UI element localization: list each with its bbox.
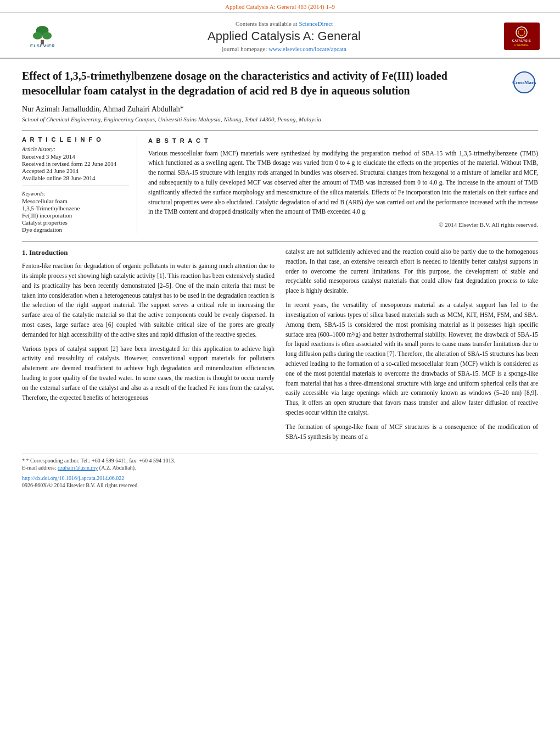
footnote-corresponding-text: * Corresponding author. Tel.: +60 4 599 … xyxy=(26,458,175,464)
catalysis-logo-box: CATALYSIS A: GENERAL xyxy=(504,23,540,50)
catalysis-logo-icon: CATALYSIS A: GENERAL xyxy=(507,24,537,49)
footnote-email-name: (A.Z. Abdullah). xyxy=(99,465,136,471)
journal-homepage-link[interactable]: www.elsevier.com/locate/apcata xyxy=(268,46,346,52)
crossmark-circle: CrossMark xyxy=(513,71,535,93)
body-para-5: The formation of sponge-like foam of MCF… xyxy=(285,422,538,442)
keyword-1: Mesocellular foam xyxy=(22,198,129,204)
body-col-1: 1. Introduction Fenton-like reaction for… xyxy=(22,247,275,446)
affiliation-line: School of Chemical Engineering, Engineer… xyxy=(22,116,538,122)
available-date: Available online 28 June 2014 xyxy=(22,175,129,181)
footnote-star-icon: * xyxy=(22,458,25,464)
article-info-abstract-section: A R T I C L E I N F O Article history: R… xyxy=(22,130,538,233)
article-info-panel: A R T I C L E I N F O Article history: R… xyxy=(22,136,137,233)
footnote-corresponding: * * Corresponding author. Tel.: +60 4 59… xyxy=(22,458,538,464)
authors-line: Nur Azimah Jamalluddin, Ahmad Zuhairi Ab… xyxy=(22,105,538,114)
footer-doi-link[interactable]: http://dx.doi.org/10.1016/j.apcata.2014.… xyxy=(22,475,538,481)
svg-text:CATALYSIS: CATALYSIS xyxy=(512,39,530,42)
article-content: Effect of 1,3,5-trimethylbenzene dosage … xyxy=(0,59,560,498)
catalysis-logo: CATALYSIS A: GENERAL xyxy=(500,21,544,52)
info-divider xyxy=(22,186,129,186)
accepted-date: Accepted 24 June 2014 xyxy=(22,168,129,174)
journal-center: Contents lists available at ScienceDirec… xyxy=(69,20,500,52)
authors-text: Nur Azimah Jamalluddin, Ahmad Zuhairi Ab… xyxy=(22,105,184,113)
keyword-2: 1,3,5-Trimethylbenzene xyxy=(22,205,129,211)
contents-label: Contents lists available at xyxy=(236,20,299,27)
body-para-4: In recent years, the versatility of meso… xyxy=(285,300,538,418)
body-col-2: catalyst are not sufficiently achieved a… xyxy=(285,247,538,446)
footnote-email: E-mail address: czuhairi@usm.my (A.Z. Ab… xyxy=(22,465,538,471)
footnote-section: * * Corresponding author. Tel.: +60 4 59… xyxy=(22,454,538,488)
page: Applied Catalysis A: General 483 (2014) … xyxy=(0,0,560,742)
received-date: Received 3 May 2014 xyxy=(22,153,129,160)
crossmark-badge: CrossMark xyxy=(511,69,538,96)
copyright-line: © 2014 Elsevier B.V. All rights reserved… xyxy=(148,220,538,230)
journal-homepage-line: journal homepage: www.elsevier.com/locat… xyxy=(69,46,500,52)
abstract-heading: A B S T R A C T xyxy=(148,136,538,146)
body-two-col: 1. Introduction Fenton-like reaction for… xyxy=(22,247,538,446)
svg-point-2 xyxy=(33,32,42,39)
article-info-heading: A R T I C L E I N F O xyxy=(22,136,129,143)
keyword-3: Fe(III) incorporation xyxy=(22,212,129,219)
article-title: Effect of 1,3,5-trimethylbenzene dosage … xyxy=(22,69,538,98)
sciencedirect-link[interactable]: ScienceDirect xyxy=(299,20,333,27)
crossmark-icon: CrossMark xyxy=(512,79,536,86)
doi-anchor[interactable]: http://dx.doi.org/10.1016/j.apcata.2014.… xyxy=(22,475,124,481)
revised-date: Received in revised form 22 June 2014 xyxy=(22,160,129,167)
footnote-email-link[interactable]: czuhairi@usm.my xyxy=(58,465,98,471)
elsevier-logo: ELSEVIER xyxy=(16,21,69,52)
keyword-5: Dye degradation xyxy=(22,226,129,233)
abstract-text: Various mesocellular foam (MCF) material… xyxy=(148,149,538,217)
svg-point-3 xyxy=(42,32,52,39)
keyword-4: Catalyst properties xyxy=(22,219,129,226)
keywords-label: Keywords: xyxy=(22,191,129,197)
footer-copyright: 0926-860X/© 2014 Elsevier B.V. All right… xyxy=(22,482,538,488)
body-para-3: catalyst are not sufficiently achieved a… xyxy=(285,247,538,296)
abstract-section: A B S T R A C T Various mesocellular foa… xyxy=(148,136,538,233)
elsevier-tree-icon: ELSEVIER xyxy=(27,25,58,47)
history-label: Article history: xyxy=(22,146,129,152)
journal-citation-text: Applied Catalysis A: General 483 (2014) … xyxy=(225,3,335,10)
homepage-label: journal homepage: xyxy=(222,46,268,52)
section-1-heading: 1. Introduction xyxy=(22,247,275,258)
svg-text:ELSEVIER: ELSEVIER xyxy=(30,43,55,47)
journal-header: ELSEVIER Contents lists available at Sci… xyxy=(0,13,560,59)
keywords-section: Keywords: Mesocellular foam 1,3,5-Trimet… xyxy=(22,191,129,233)
journal-title-header: Applied Catalysis A: General xyxy=(69,29,500,43)
svg-text:A: GENERAL: A: GENERAL xyxy=(514,44,529,47)
article-title-text: Effect of 1,3,5-trimethylbenzene dosage … xyxy=(22,70,447,97)
journal-citation-bar: Applied Catalysis A: General 483 (2014) … xyxy=(0,0,560,13)
footnote-email-label: E-mail address: xyxy=(22,465,56,471)
body-para-1: Fenton-like reaction for degradation of … xyxy=(22,261,275,340)
sciencedirect-line: Contents lists available at ScienceDirec… xyxy=(69,20,500,27)
body-para-2: Various types of catalyst support [2] ha… xyxy=(22,344,275,403)
body-section: 1. Introduction Fenton-like reaction for… xyxy=(22,241,538,446)
